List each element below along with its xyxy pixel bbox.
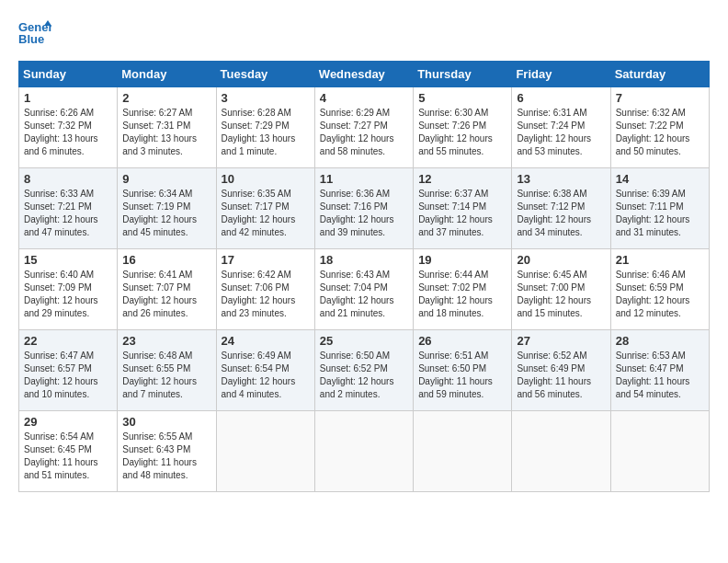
day-cell <box>314 411 413 492</box>
day-info: Sunrise: 6:40 AM Sunset: 7:09 PM Dayligh… <box>24 269 112 320</box>
day-number: 3 <box>222 91 310 105</box>
day-number: 26 <box>418 334 506 348</box>
day-number: 10 <box>222 172 310 186</box>
weekday-header-row: SundayMondayTuesdayWednesdayThursdayFrid… <box>19 62 710 87</box>
day-cell <box>610 411 709 492</box>
day-info: Sunrise: 6:41 AM Sunset: 7:07 PM Dayligh… <box>122 269 210 320</box>
day-info: Sunrise: 6:36 AM Sunset: 7:16 PM Dayligh… <box>320 188 408 239</box>
day-info: Sunrise: 6:43 AM Sunset: 7:04 PM Dayligh… <box>320 269 408 320</box>
day-cell: 16Sunrise: 6:41 AM Sunset: 7:07 PM Dayli… <box>118 249 216 330</box>
day-number: 23 <box>122 334 210 348</box>
day-number: 12 <box>418 172 506 186</box>
day-cell: 27Sunrise: 6:52 AM Sunset: 6:49 PM Dayli… <box>512 330 610 411</box>
day-info: Sunrise: 6:34 AM Sunset: 7:19 PM Dayligh… <box>122 188 210 239</box>
day-number: 5 <box>418 91 506 105</box>
day-info: Sunrise: 6:49 AM Sunset: 6:54 PM Dayligh… <box>222 350 310 401</box>
day-cell: 17Sunrise: 6:42 AM Sunset: 7:06 PM Dayli… <box>216 249 314 330</box>
day-cell <box>414 411 512 492</box>
day-cell: 22Sunrise: 6:47 AM Sunset: 6:57 PM Dayli… <box>19 330 118 411</box>
day-number: 8 <box>24 172 112 186</box>
day-cell <box>216 411 314 492</box>
day-cell: 24Sunrise: 6:49 AM Sunset: 6:54 PM Dayli… <box>216 330 314 411</box>
day-number: 21 <box>616 253 704 267</box>
day-info: Sunrise: 6:39 AM Sunset: 7:11 PM Dayligh… <box>616 188 704 239</box>
day-cell: 20Sunrise: 6:45 AM Sunset: 7:00 PM Dayli… <box>512 249 610 330</box>
day-cell: 21Sunrise: 6:46 AM Sunset: 6:59 PM Dayli… <box>610 249 709 330</box>
day-cell: 29Sunrise: 6:54 AM Sunset: 6:45 PM Dayli… <box>19 411 118 492</box>
day-cell: 23Sunrise: 6:48 AM Sunset: 6:55 PM Dayli… <box>118 330 216 411</box>
weekday-header-friday: Friday <box>512 62 610 87</box>
day-number: 16 <box>122 253 210 267</box>
day-cell: 4Sunrise: 6:29 AM Sunset: 7:27 PM Daylig… <box>314 87 413 168</box>
day-number: 29 <box>24 415 112 429</box>
day-cell: 8Sunrise: 6:33 AM Sunset: 7:21 PM Daylig… <box>19 168 118 249</box>
svg-text:Blue: Blue <box>18 32 44 46</box>
day-number: 27 <box>517 334 605 348</box>
day-number: 11 <box>320 172 408 186</box>
weekday-header-saturday: Saturday <box>610 62 709 87</box>
day-number: 9 <box>122 172 210 186</box>
day-info: Sunrise: 6:31 AM Sunset: 7:24 PM Dayligh… <box>517 107 605 158</box>
day-number: 28 <box>616 334 704 348</box>
day-cell: 1Sunrise: 6:26 AM Sunset: 7:32 PM Daylig… <box>19 87 118 168</box>
day-info: Sunrise: 6:54 AM Sunset: 6:45 PM Dayligh… <box>24 431 112 482</box>
day-cell: 3Sunrise: 6:28 AM Sunset: 7:29 PM Daylig… <box>216 87 314 168</box>
day-number: 25 <box>320 334 408 348</box>
day-info: Sunrise: 6:47 AM Sunset: 6:57 PM Dayligh… <box>24 350 112 401</box>
day-cell: 30Sunrise: 6:55 AM Sunset: 6:43 PM Dayli… <box>118 411 216 492</box>
day-number: 14 <box>616 172 704 186</box>
day-info: Sunrise: 6:53 AM Sunset: 6:47 PM Dayligh… <box>616 350 704 401</box>
day-cell: 5Sunrise: 6:30 AM Sunset: 7:26 PM Daylig… <box>414 87 512 168</box>
weekday-header-sunday: Sunday <box>19 62 118 87</box>
day-info: Sunrise: 6:37 AM Sunset: 7:14 PM Dayligh… <box>418 188 506 239</box>
page-header: General Blue <box>18 18 710 46</box>
week-row-3: 15Sunrise: 6:40 AM Sunset: 7:09 PM Dayli… <box>19 249 710 330</box>
weekday-header-monday: Monday <box>118 62 216 87</box>
day-info: Sunrise: 6:48 AM Sunset: 6:55 PM Dayligh… <box>122 350 210 401</box>
day-info: Sunrise: 6:45 AM Sunset: 7:00 PM Dayligh… <box>517 269 605 320</box>
day-info: Sunrise: 6:29 AM Sunset: 7:27 PM Dayligh… <box>320 107 408 158</box>
day-cell: 10Sunrise: 6:35 AM Sunset: 7:17 PM Dayli… <box>216 168 314 249</box>
day-number: 22 <box>24 334 112 348</box>
day-number: 20 <box>517 253 605 267</box>
day-number: 1 <box>24 91 112 105</box>
day-number: 15 <box>24 253 112 267</box>
day-info: Sunrise: 6:51 AM Sunset: 6:50 PM Dayligh… <box>418 350 506 401</box>
weekday-header-thursday: Thursday <box>414 62 512 87</box>
week-row-4: 22Sunrise: 6:47 AM Sunset: 6:57 PM Dayli… <box>19 330 710 411</box>
day-info: Sunrise: 6:38 AM Sunset: 7:12 PM Dayligh… <box>517 188 605 239</box>
day-cell: 6Sunrise: 6:31 AM Sunset: 7:24 PM Daylig… <box>512 87 610 168</box>
weekday-header-wednesday: Wednesday <box>314 62 413 87</box>
day-number: 18 <box>320 253 408 267</box>
day-number: 30 <box>122 415 210 429</box>
day-cell: 7Sunrise: 6:32 AM Sunset: 7:22 PM Daylig… <box>610 87 709 168</box>
week-row-2: 8Sunrise: 6:33 AM Sunset: 7:21 PM Daylig… <box>19 168 710 249</box>
day-number: 2 <box>122 91 210 105</box>
day-cell: 11Sunrise: 6:36 AM Sunset: 7:16 PM Dayli… <box>314 168 413 249</box>
day-cell: 14Sunrise: 6:39 AM Sunset: 7:11 PM Dayli… <box>610 168 709 249</box>
day-info: Sunrise: 6:30 AM Sunset: 7:26 PM Dayligh… <box>418 107 506 158</box>
calendar-table: SundayMondayTuesdayWednesdayThursdayFrid… <box>18 61 710 492</box>
day-cell: 13Sunrise: 6:38 AM Sunset: 7:12 PM Dayli… <box>512 168 610 249</box>
day-info: Sunrise: 6:52 AM Sunset: 6:49 PM Dayligh… <box>517 350 605 401</box>
day-cell: 26Sunrise: 6:51 AM Sunset: 6:50 PM Dayli… <box>414 330 512 411</box>
day-cell: 18Sunrise: 6:43 AM Sunset: 7:04 PM Dayli… <box>314 249 413 330</box>
day-number: 17 <box>222 253 310 267</box>
logo: General Blue <box>18 18 55 46</box>
day-cell <box>512 411 610 492</box>
day-info: Sunrise: 6:55 AM Sunset: 6:43 PM Dayligh… <box>122 431 210 482</box>
day-info: Sunrise: 6:44 AM Sunset: 7:02 PM Dayligh… <box>418 269 506 320</box>
day-cell: 15Sunrise: 6:40 AM Sunset: 7:09 PM Dayli… <box>19 249 118 330</box>
day-cell: 2Sunrise: 6:27 AM Sunset: 7:31 PM Daylig… <box>118 87 216 168</box>
day-info: Sunrise: 6:32 AM Sunset: 7:22 PM Dayligh… <box>616 107 704 158</box>
day-info: Sunrise: 6:42 AM Sunset: 7:06 PM Dayligh… <box>222 269 310 320</box>
day-cell: 19Sunrise: 6:44 AM Sunset: 7:02 PM Dayli… <box>414 249 512 330</box>
day-info: Sunrise: 6:46 AM Sunset: 6:59 PM Dayligh… <box>616 269 704 320</box>
day-info: Sunrise: 6:28 AM Sunset: 7:29 PM Dayligh… <box>222 107 310 158</box>
day-cell: 28Sunrise: 6:53 AM Sunset: 6:47 PM Dayli… <box>610 330 709 411</box>
day-info: Sunrise: 6:33 AM Sunset: 7:21 PM Dayligh… <box>24 188 112 239</box>
day-cell: 12Sunrise: 6:37 AM Sunset: 7:14 PM Dayli… <box>414 168 512 249</box>
weekday-header-tuesday: Tuesday <box>216 62 314 87</box>
day-number: 19 <box>418 253 506 267</box>
day-info: Sunrise: 6:50 AM Sunset: 6:52 PM Dayligh… <box>320 350 408 401</box>
